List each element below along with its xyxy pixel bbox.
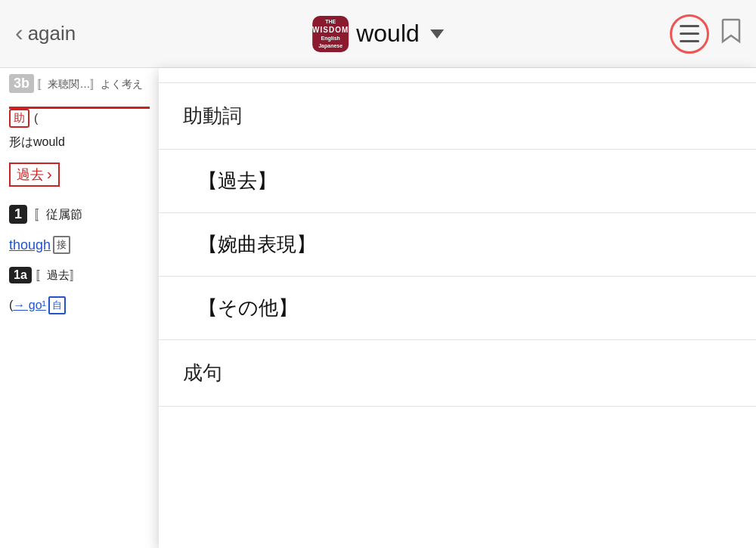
menu-bar-1	[680, 25, 699, 27]
dropdown-arrow-icon[interactable]	[430, 29, 444, 39]
menu-button[interactable]	[670, 14, 709, 54]
back-label: again	[28, 22, 76, 45]
nav-right	[670, 14, 741, 54]
setsu-badge: 接	[53, 236, 70, 254]
kako2-text: 〚過去〛	[36, 266, 81, 284]
title-area: THE WISDOM English Japanese would	[312, 16, 444, 52]
though-link[interactable]: though	[9, 237, 51, 253]
dropdown-item-3[interactable]: 【その他】	[159, 277, 756, 340]
dropdown-panel: 助動詞【過去】【婉曲表現】【その他】成句	[159, 68, 756, 548]
dropdown-item-0[interactable]: 助動詞	[159, 83, 756, 150]
word-title: would	[356, 20, 420, 48]
back-chevron-icon: ‹	[15, 19, 23, 47]
jodoshi-badge: 助	[9, 109, 29, 128]
back-button[interactable]: ‹ again	[15, 20, 76, 47]
dictionary-background: 3b 〚来聴関…〛よく考え 助 ( 形はwould 過去 › 1 〚従属節 th…	[0, 68, 159, 548]
kako-mark: 過去 ›	[9, 163, 60, 187]
section-3b-text: 〚来聴関…〛よく考え	[37, 78, 143, 90]
red-line-divider: 助 (	[9, 107, 150, 128]
num-1a-badge: 1a	[9, 267, 32, 283]
nav-bar: ‹ again THE WISDOM English Japanese woul…	[0, 0, 756, 68]
jidou-badge: 自	[48, 296, 66, 314]
section-3b-badge: 3b	[9, 74, 34, 93]
dropdown-spacer	[159, 68, 756, 83]
kako-arrow: ›	[47, 166, 52, 183]
dropdown-item-2[interactable]: 【婉曲表現】	[159, 213, 756, 277]
menu-bar-3	[680, 40, 699, 42]
juuzoku-text: 〚従属節	[34, 205, 82, 224]
word-form-text: 形はwould	[9, 132, 150, 152]
dropdown-item-1[interactable]: 【過去】	[159, 150, 756, 213]
app-icon: THE WISDOM English Japanese	[312, 16, 349, 52]
go1-link[interactable]: → go¹	[13, 299, 46, 312]
num-1-badge: 1	[9, 205, 27, 224]
menu-bar-2	[680, 33, 699, 35]
kako-label: 過去	[17, 166, 44, 184]
bookmark-button[interactable]	[721, 18, 741, 49]
dropdown-item-4[interactable]: 成句	[159, 340, 756, 407]
